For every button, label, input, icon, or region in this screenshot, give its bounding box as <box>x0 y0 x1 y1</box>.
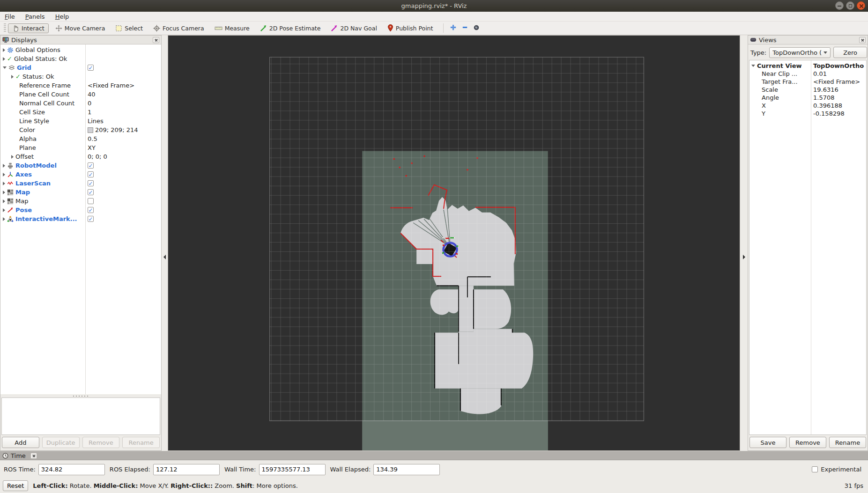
displays-panel-header[interactable]: Displays <box>0 36 161 44</box>
pose-checkbox[interactable]: ✓ <box>88 207 94 213</box>
tree-row-global-options[interactable]: Global Options <box>0 45 161 54</box>
remove-display-button[interactable]: Remove <box>82 437 120 448</box>
view-row-y[interactable]: Y -0.158298 <box>749 110 866 118</box>
alpha-value[interactable]: 0.5 <box>85 134 161 143</box>
duplicate-display-button[interactable]: Duplicate <box>42 437 80 448</box>
grid-checkbox[interactable]: ✓ <box>88 65 94 71</box>
expander-icon[interactable] <box>3 191 5 194</box>
tree-row-offset[interactable]: Offset 0; 0; 0 <box>0 152 161 161</box>
ros-elapsed-input[interactable] <box>153 464 220 475</box>
tree-row-pose[interactable]: Pose ✓ <box>0 206 161 214</box>
expander-icon[interactable] <box>3 164 5 168</box>
color-value[interactable]: 209; 209; 214 <box>85 125 161 134</box>
tree-row-map2[interactable]: Map ✓ <box>0 197 161 206</box>
wall-time-input[interactable] <box>259 464 326 475</box>
normal-cell-count-value[interactable]: 0 <box>85 99 161 108</box>
focus-camera-tool-button[interactable]: Focus Camera <box>149 24 208 33</box>
view-row-target-frame[interactable]: Target Fra... <Fixed Frame> <box>749 78 866 86</box>
view-row-scale[interactable]: Scale 19.6316 <box>749 86 866 94</box>
reference-frame-value[interactable]: <Fixed Frame> <box>85 81 161 90</box>
view-row-current-view[interactable]: Current View TopDownOrtho ... <box>749 62 866 70</box>
y-value[interactable]: -0.158298 <box>811 110 866 118</box>
tool-properties-button[interactable] <box>471 23 482 33</box>
reset-button[interactable]: Reset <box>3 480 28 491</box>
expander-icon[interactable] <box>3 217 5 221</box>
tree-row-grid[interactable]: Grid ✓ <box>0 63 161 72</box>
remove-tool-button[interactable] <box>459 23 471 33</box>
collapse-left-panel-icon[interactable] <box>163 255 166 259</box>
save-view-button[interactable]: Save <box>749 437 786 448</box>
cell-size-value[interactable]: 1 <box>85 108 161 117</box>
ros-time-input[interactable] <box>38 464 105 475</box>
rename-view-button[interactable]: Rename <box>829 437 866 448</box>
expander-icon[interactable] <box>11 75 14 79</box>
tree-row-color[interactable]: Color 209; 209; 214 <box>0 125 161 134</box>
tree-row-interactivemarkers[interactable]: InteractiveMark... ✓ <box>0 214 161 223</box>
wall-elapsed-input[interactable] <box>373 464 440 475</box>
map2-checkbox[interactable]: ✓ <box>88 198 94 204</box>
target-frame-value[interactable]: <Fixed Frame> <box>811 78 866 86</box>
publish-point-tool-button[interactable]: Publish Point <box>384 23 437 33</box>
plane-cell-count-value[interactable]: 40 <box>85 90 161 99</box>
tree-row-axes[interactable]: Axes ✓ <box>0 170 161 179</box>
tree-row-normal-cell-count[interactable]: Normal Cell Count 0 <box>0 99 161 108</box>
interact-tool-button[interactable]: Interact <box>8 23 49 33</box>
view-row-x[interactable]: X 0.396188 <box>749 102 866 110</box>
expander-icon[interactable] <box>3 182 5 185</box>
displays-splitter-handle[interactable] <box>0 394 161 397</box>
right-panel-splitter[interactable] <box>740 35 748 451</box>
axes-checkbox[interactable]: ✓ <box>88 171 94 177</box>
expander-icon[interactable] <box>751 65 755 67</box>
add-display-button[interactable]: Add <box>2 437 39 448</box>
view-type-dropdown[interactable]: TopDownOrtho ( <box>769 47 831 58</box>
tree-row-reference-frame[interactable]: Reference Frame <Fixed Frame> <box>0 81 161 90</box>
map1-checkbox[interactable]: ✓ <box>88 189 94 195</box>
minimize-button[interactable] <box>835 1 844 10</box>
tree-row-line-style[interactable]: Line Style Lines <box>0 117 161 125</box>
time-panel-header[interactable]: Time <box>0 451 868 460</box>
expander-icon[interactable] <box>3 57 5 61</box>
expander-icon[interactable] <box>3 173 5 177</box>
select-tool-button[interactable]: Select <box>111 24 147 33</box>
pose-estimate-tool-button[interactable]: 2D Pose Estimate <box>256 24 325 33</box>
rename-display-button[interactable]: Rename <box>122 437 160 448</box>
plane-value[interactable]: XY <box>85 143 161 152</box>
expander-icon[interactable] <box>3 199 5 203</box>
measure-tool-button[interactable]: Measure <box>211 24 253 33</box>
views-panel-header[interactable]: Views <box>748 36 868 44</box>
x-value[interactable]: 0.396188 <box>811 102 866 110</box>
menu-help[interactable]: Help <box>55 13 69 20</box>
toolbar-drag-handle[interactable] <box>4 23 6 33</box>
offset-value[interactable]: 0; 0; 0 <box>85 152 161 161</box>
tree-row-plane[interactable]: Plane XY <box>0 143 161 152</box>
tree-row-grid-status[interactable]: ✓ Status: Ok <box>0 72 161 81</box>
menu-panels[interactable]: Panels <box>25 13 45 20</box>
robotmodel-checkbox[interactable]: ✓ <box>88 162 94 169</box>
laserscan-checkbox[interactable]: ✓ <box>88 180 94 186</box>
menu-file[interactable]: File <box>5 13 15 20</box>
displays-close-icon[interactable] <box>153 37 159 43</box>
tree-row-laserscan[interactable]: LaserScan ✓ <box>0 179 161 188</box>
tree-row-global-status[interactable]: ✓ Global Status: Ok <box>0 54 161 63</box>
collapse-right-panel-icon[interactable] <box>743 255 745 259</box>
line-style-value[interactable]: Lines <box>85 117 161 125</box>
view-row-near-clip[interactable]: Near Clip ... 0.01 <box>749 70 866 78</box>
tree-row-robotmodel[interactable]: RobotModel ✓ <box>0 161 161 170</box>
move-camera-tool-button[interactable]: Move Camera <box>52 24 109 33</box>
near-clip-value[interactable]: 0.01 <box>811 70 866 78</box>
tree-row-plane-cell-count[interactable]: Plane Cell Count 40 <box>0 90 161 99</box>
time-close-icon[interactable] <box>30 453 37 459</box>
maximize-button[interactable] <box>846 1 854 10</box>
expander-icon[interactable] <box>3 208 5 212</box>
left-panel-splitter[interactable] <box>162 35 168 451</box>
scale-value[interactable]: 19.6316 <box>811 86 866 94</box>
interactivemarkers-checkbox[interactable]: ✓ <box>88 216 94 222</box>
render-viewport[interactable] <box>168 35 740 451</box>
expander-icon[interactable] <box>3 48 5 52</box>
tree-row-cell-size[interactable]: Cell Size 1 <box>0 108 161 117</box>
tree-row-alpha[interactable]: Alpha 0.5 <box>0 134 161 143</box>
angle-value[interactable]: 1.5708 <box>811 94 866 102</box>
add-tool-button[interactable] <box>447 23 459 33</box>
views-close-icon[interactable] <box>859 37 866 43</box>
zero-view-button[interactable]: Zero <box>833 47 867 58</box>
